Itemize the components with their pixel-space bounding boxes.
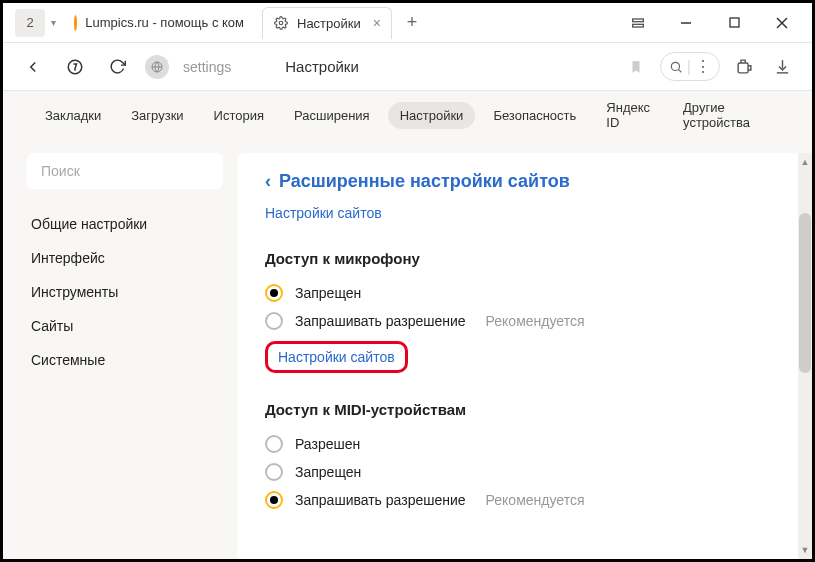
- main-panel: ‹ Расширенные настройки сайтов Настройки…: [237, 153, 812, 559]
- section-microphone-title: Доступ к микрофону: [265, 250, 784, 267]
- radio-midi-allowed[interactable]: Разрешен: [265, 430, 784, 458]
- scroll-down-icon[interactable]: ▼: [798, 543, 812, 557]
- tab-other-devices[interactable]: Другие устройства: [671, 94, 782, 136]
- bookmark-icon[interactable]: [622, 53, 650, 81]
- kebab-icon[interactable]: ⋮: [695, 57, 711, 76]
- minimize-button[interactable]: [664, 7, 708, 39]
- collections-icon[interactable]: [616, 7, 660, 39]
- radio-midi-denied[interactable]: Запрещен: [265, 458, 784, 486]
- lumpics-favicon-icon: [74, 15, 77, 31]
- radio-mic-denied[interactable]: Запрещен: [265, 279, 784, 307]
- divider-icon: |: [687, 58, 691, 76]
- reload-button[interactable]: [103, 53, 131, 81]
- tab-extensions[interactable]: Расширения: [282, 102, 382, 129]
- radio-label: Запрещен: [295, 285, 361, 301]
- yandex-logo-icon[interactable]: [61, 53, 89, 81]
- site-identity-icon[interactable]: [145, 55, 169, 79]
- url-text[interactable]: settings: [183, 59, 231, 75]
- breadcrumb-title: Расширенные настройки сайтов: [279, 171, 570, 192]
- close-icon[interactable]: ×: [373, 15, 381, 31]
- scroll-thumb[interactable]: [799, 213, 811, 373]
- svg-rect-4: [730, 18, 739, 27]
- new-tab-button[interactable]: +: [398, 9, 426, 37]
- site-settings-link-top[interactable]: Настройки сайтов: [265, 205, 382, 221]
- sidebar-item-general[interactable]: Общие настройки: [27, 207, 223, 241]
- radio-icon[interactable]: [265, 491, 283, 509]
- extensions-icon[interactable]: [730, 53, 758, 81]
- window-titlebar: 2 ▾ Lumpics.ru - помощь с ком Настройки …: [3, 3, 812, 43]
- tab-label: Lumpics.ru - помощь с ком: [85, 15, 244, 30]
- radio-midi-ask[interactable]: Запрашивать разрешение Рекомендуется: [265, 486, 784, 514]
- content-area: Поиск Общие настройки Интерфейс Инструме…: [3, 139, 812, 559]
- breadcrumb[interactable]: ‹ Расширенные настройки сайтов: [265, 171, 784, 192]
- radio-icon[interactable]: [265, 312, 283, 330]
- site-settings-link[interactable]: Настройки сайтов: [278, 349, 395, 365]
- recommended-badge: Рекомендуется: [486, 313, 585, 329]
- radio-icon[interactable]: [265, 435, 283, 453]
- page-title-text: Настройки: [285, 58, 359, 75]
- sidebar-item-sites[interactable]: Сайты: [27, 309, 223, 343]
- sidebar-item-tools[interactable]: Инструменты: [27, 275, 223, 309]
- chevron-left-icon[interactable]: ‹: [265, 171, 271, 192]
- tab-counter[interactable]: 2: [15, 9, 45, 37]
- radio-label: Запрашивать разрешение: [295, 492, 466, 508]
- settings-sidebar: Поиск Общие настройки Интерфейс Инструме…: [3, 139, 223, 559]
- svg-point-10: [671, 62, 679, 70]
- downloads-icon[interactable]: [768, 53, 796, 81]
- tab-security[interactable]: Безопасность: [481, 102, 588, 129]
- radio-label: Запрашивать разрешение: [295, 313, 466, 329]
- tab-yandex-id[interactable]: Яндекс ID: [594, 94, 665, 136]
- tab-bookmarks[interactable]: Закладки: [33, 102, 113, 129]
- radio-icon[interactable]: [265, 284, 283, 302]
- sidebar-item-system[interactable]: Системные: [27, 343, 223, 377]
- scrollbar[interactable]: ▲ ▼: [798, 153, 812, 559]
- tab-label: Настройки: [297, 16, 361, 31]
- search-input[interactable]: Поиск: [27, 153, 223, 189]
- window-controls: [616, 7, 812, 39]
- maximize-button[interactable]: [712, 7, 756, 39]
- svg-rect-2: [633, 24, 644, 27]
- sidebar-item-interface[interactable]: Интерфейс: [27, 241, 223, 275]
- back-button[interactable]: [19, 53, 47, 81]
- settings-tabs: Закладки Загрузки История Расширения Нас…: [3, 91, 812, 139]
- svg-rect-1: [633, 19, 644, 22]
- tab-downloads[interactable]: Загрузки: [119, 102, 195, 129]
- radio-icon[interactable]: [265, 463, 283, 481]
- radio-label: Запрещен: [295, 464, 361, 480]
- recommended-badge: Рекомендуется: [486, 492, 585, 508]
- browser-tab-1[interactable]: Lumpics.ru - помощь с ком: [64, 7, 254, 39]
- svg-line-11: [679, 69, 682, 72]
- svg-rect-12: [738, 63, 748, 73]
- radio-label: Разрешен: [295, 436, 360, 452]
- browser-toolbar: settings Настройки | ⋮: [3, 43, 812, 91]
- chevron-down-icon[interactable]: ▾: [51, 17, 56, 28]
- gear-icon: [273, 15, 289, 31]
- highlighted-site-settings-link: Настройки сайтов: [265, 341, 408, 373]
- radio-mic-ask[interactable]: Запрашивать разрешение Рекомендуется: [265, 307, 784, 335]
- close-button[interactable]: [760, 7, 804, 39]
- section-midi-title: Доступ к MIDI-устройствам: [265, 401, 784, 418]
- search-pill[interactable]: | ⋮: [660, 52, 720, 81]
- tab-history[interactable]: История: [202, 102, 276, 129]
- scroll-up-icon[interactable]: ▲: [798, 155, 812, 169]
- svg-point-0: [279, 21, 283, 25]
- tab-settings[interactable]: Настройки: [388, 102, 476, 129]
- browser-tab-2[interactable]: Настройки ×: [262, 7, 392, 39]
